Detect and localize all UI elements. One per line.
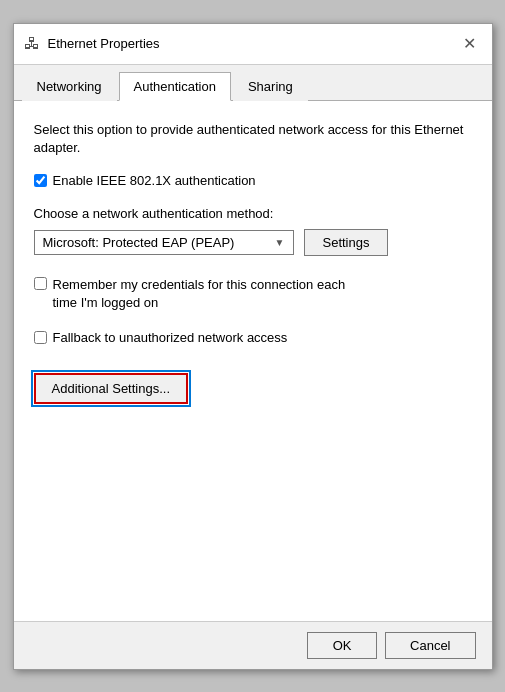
fallback-checkbox[interactable] [34,331,47,344]
tab-sharing[interactable]: Sharing [233,72,308,101]
auth-method-dropdown[interactable]: Microsoft: Protected EAP (PEAP) ▼ [34,230,294,255]
dropdown-arrow-icon: ▼ [275,237,285,248]
additional-settings-button[interactable]: Additional Settings... [34,373,189,404]
ok-button[interactable]: OK [307,632,377,659]
remember-credentials-row: Remember my credentials for this connect… [34,276,472,312]
settings-button[interactable]: Settings [304,229,389,256]
tab-authentication[interactable]: Authentication [119,72,231,101]
enable-ieee-row: Enable IEEE 802.1X authentication [34,173,472,188]
remember-line1: Remember my credentials for this connect… [53,276,346,294]
remember-line2: time I'm logged on [53,294,346,312]
method-label: Choose a network authentication method: [34,206,472,221]
fallback-label[interactable]: Fallback to unauthorized network access [53,330,288,345]
ethernet-properties-window: 🖧 Ethernet Properties ✕ Networking Authe… [13,23,493,670]
tab-networking[interactable]: Networking [22,72,117,101]
dropdown-selected-text: Microsoft: Protected EAP (PEAP) [43,235,271,250]
title-bar-left: 🖧 Ethernet Properties [24,35,160,53]
remember-credentials-label[interactable]: Remember my credentials for this connect… [53,276,346,312]
cancel-button[interactable]: Cancel [385,632,475,659]
description-text: Select this option to provide authentica… [34,121,472,157]
title-bar: 🖧 Ethernet Properties ✕ [14,24,492,65]
method-row: Microsoft: Protected EAP (PEAP) ▼ Settin… [34,229,472,256]
remember-credentials-checkbox[interactable] [34,277,47,290]
footer: OK Cancel [14,621,492,669]
enable-ieee-label[interactable]: Enable IEEE 802.1X authentication [53,173,256,188]
window-title: Ethernet Properties [48,36,160,51]
tab-bar: Networking Authentication Sharing [14,65,492,101]
enable-ieee-checkbox[interactable] [34,174,47,187]
close-button[interactable]: ✕ [458,32,482,56]
window-icon: 🖧 [24,35,40,53]
tab-content: Select this option to provide authentica… [14,101,492,621]
fallback-row: Fallback to unauthorized network access [34,330,472,345]
